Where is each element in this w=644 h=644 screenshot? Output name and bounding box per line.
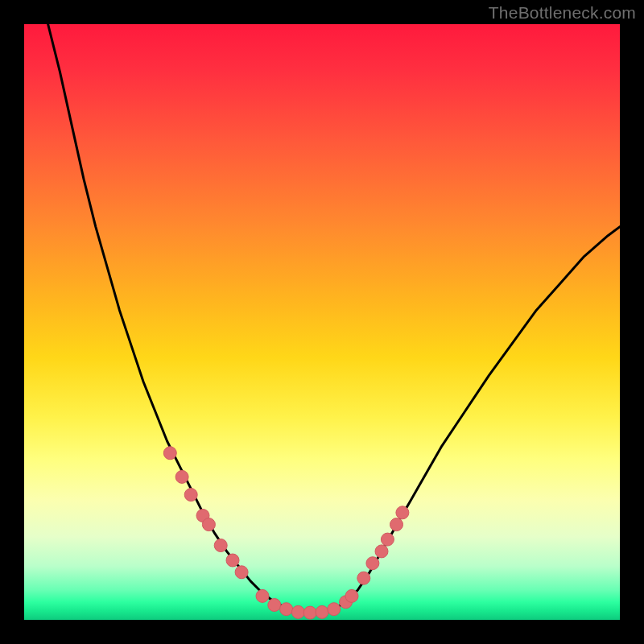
curve-marker [280,603,293,616]
curve-marker [175,470,188,483]
bottleneck-curve [48,24,620,613]
curve-marker [226,554,239,567]
chart-frame: TheBottleneck.com [0,0,644,644]
curve-marker [390,518,403,531]
watermark-text: TheBottleneck.com [489,3,636,23]
curve-marker [256,589,269,602]
chart-svg [24,24,620,620]
curve-markers [163,447,409,619]
curve-marker [328,603,341,616]
curve-marker [366,557,379,570]
curve-marker [381,533,394,546]
curve-marker [268,599,281,612]
curve-marker [396,506,409,519]
curve-marker [316,605,328,618]
curve-marker [345,589,358,602]
curve-marker [357,572,370,584]
curve-path [48,24,620,613]
curve-marker [291,605,304,618]
curve-marker [184,489,197,502]
curve-marker [303,606,316,619]
curve-marker [214,539,227,552]
curve-marker [202,518,215,531]
plot-area [24,24,620,620]
curve-marker [235,566,248,579]
curve-marker [163,447,176,460]
curve-marker [375,545,388,558]
